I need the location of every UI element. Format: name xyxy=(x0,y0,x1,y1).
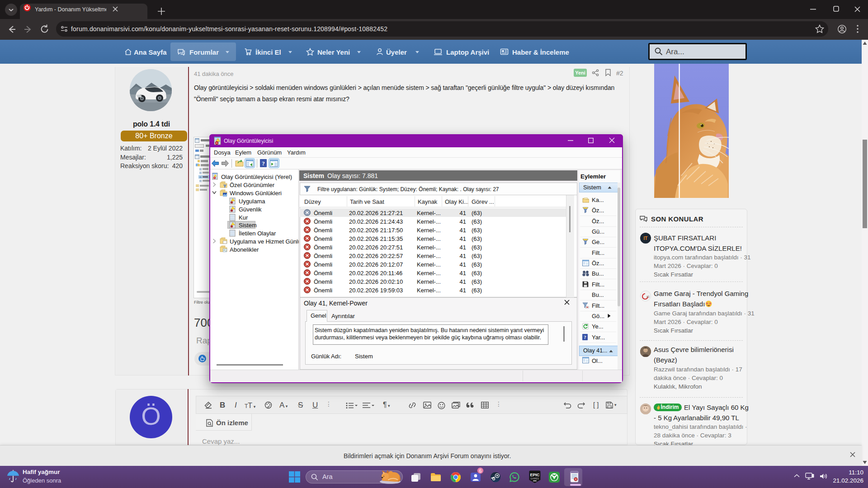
svg-text:iG: iG xyxy=(646,295,650,298)
svg-text:?: ? xyxy=(262,160,265,167)
svg-text:?: ? xyxy=(584,334,586,340)
svg-text:EPIC: EPIC xyxy=(530,473,540,477)
svg-text:GAMES: GAMES xyxy=(531,478,539,480)
svg-text:IT: IT xyxy=(644,236,648,241)
